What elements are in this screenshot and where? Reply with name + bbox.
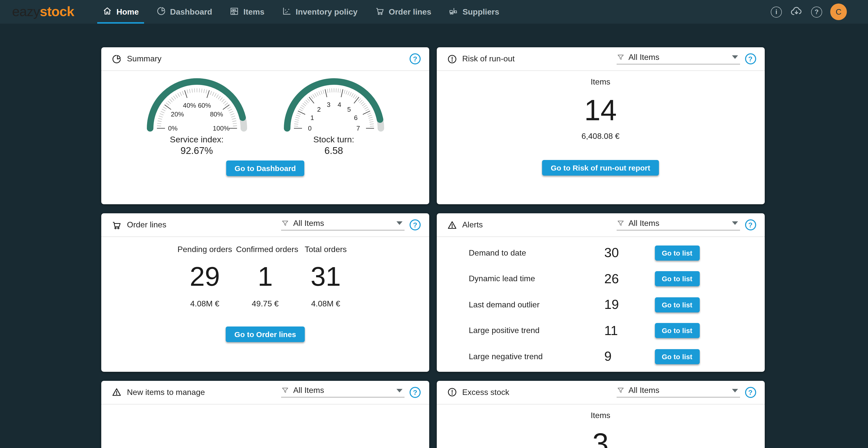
logo-part-eazy: eazy (12, 4, 40, 19)
app-viewport: eazystock Home Dashboard Items Inventory… (0, 0, 868, 448)
svg-text:5: 5 (347, 106, 351, 113)
new-items-card: New items to manage All Items ? (101, 381, 429, 448)
help-icon[interactable]: ? (811, 6, 822, 18)
help-icon[interactable]: ? (409, 219, 421, 231)
tab-suppliers[interactable]: Suppliers (443, 0, 504, 24)
cloud-download-icon[interactable] (790, 4, 803, 20)
help-icon[interactable]: ? (745, 53, 756, 64)
user-avatar[interactable]: C (830, 3, 847, 20)
card-title: Summary (127, 54, 161, 63)
go-to-list-button[interactable]: Go to list (655, 245, 700, 261)
help-icon[interactable]: ? (409, 53, 421, 64)
info-icon[interactable]: i (771, 6, 782, 18)
warning-triangle-icon (111, 387, 122, 398)
stat-amount: 49.75 € (236, 299, 294, 308)
alert-label: Large positive trend (469, 326, 604, 335)
alert-count: 11 (604, 323, 655, 339)
items-filter-dropdown[interactable]: All Items (281, 384, 405, 398)
filter-value: All Items (628, 53, 728, 62)
warning-triangle-icon (446, 219, 457, 230)
forklift-icon (448, 6, 459, 18)
svg-text:4: 4 (337, 101, 341, 108)
card-title: Risk of run-out (462, 54, 515, 63)
cart-icon (111, 219, 122, 230)
go-to-order-lines-button[interactable]: Go to Order lines (226, 326, 305, 342)
items-filter-dropdown[interactable]: All Items (281, 216, 405, 230)
order-stats: Pending orders 29 4.08M € Confirmed orde… (101, 237, 429, 308)
main-nav: Home Dashboard Items Inventory policy Or… (97, 0, 511, 24)
tab-home[interactable]: Home (97, 0, 144, 24)
alert-label: Large negative trend (469, 352, 604, 361)
help-icon[interactable]: ? (745, 219, 756, 231)
alert-circle-icon (446, 387, 457, 398)
items-filter-dropdown[interactable]: All Items (616, 384, 740, 398)
dashboard-grid: Summary ? 0%20%40%60%80%100% Service ind… (101, 47, 765, 448)
alert-circle-icon (446, 54, 457, 64)
filter-value: All Items (293, 386, 393, 395)
help-icon[interactable]: ? (745, 387, 756, 398)
svg-text:40%: 40% (183, 102, 196, 109)
alert-row: Dynamic lead time 26 Go to list (436, 266, 765, 292)
filter-value: All Items (293, 218, 393, 228)
items-filter-dropdown[interactable]: All Items (616, 216, 740, 230)
svg-text:80%: 80% (210, 110, 223, 118)
go-to-list-button[interactable]: Go to list (655, 349, 700, 364)
stat-label: Pending orders (176, 244, 234, 254)
alert-label: Dynamic lead time (469, 274, 604, 283)
alert-rows: Demand to date 30 Go to list Dynamic lea… (436, 237, 765, 370)
svg-text:100%: 100% (213, 125, 229, 132)
stock-turn-gauge: 01234567 Stock turn: 6.58 (281, 73, 386, 157)
go-to-dashboard-button[interactable]: Go to Dashboard (226, 161, 304, 176)
stat-label: Total orders (297, 244, 355, 254)
tab-inventory-policy[interactable]: Inventory policy (277, 0, 363, 24)
gauges: 0%20%40%60%80%100% Service index: 92.67%… (101, 73, 429, 157)
tab-label: Items (243, 7, 265, 16)
chevron-down-icon (732, 389, 738, 392)
items-label: Items (436, 411, 765, 420)
chevron-down-icon (732, 221, 738, 225)
alert-row: Large negative trend 9 Go to list (436, 344, 765, 370)
alert-count: 26 (604, 271, 655, 287)
risk-of-run-out-card: Risk of run-out All Items ? Items 14 6,4… (436, 47, 765, 204)
tab-label: Home (116, 7, 139, 16)
card-title: Alerts (462, 220, 483, 230)
tab-items[interactable]: Items (224, 0, 270, 24)
svg-text:2: 2 (317, 106, 320, 113)
stat-amount: 4.08M € (297, 299, 355, 308)
go-to-list-button[interactable]: Go to list (655, 323, 700, 338)
home-icon (102, 6, 112, 18)
items-filter-dropdown[interactable]: All Items (616, 50, 740, 64)
tab-dashboard[interactable]: Dashboard (151, 0, 217, 24)
logo-part-stock: stock (40, 4, 74, 19)
tab-label: Suppliers (462, 7, 499, 16)
service-index-gauge: 0%20%40%60%80%100% Service index: 92.67% (144, 73, 250, 157)
go-to-risk-report-button[interactable]: Go to Risk of run-out report (542, 160, 659, 176)
svg-text:6: 6 (354, 114, 357, 122)
gauge-value: 6.58 (281, 145, 386, 157)
pie-chart-icon (156, 6, 166, 18)
stat-value: 29 (176, 262, 234, 291)
gauge-label: Service index: (144, 134, 250, 145)
alert-count: 19 (604, 297, 655, 313)
chevron-down-icon (397, 221, 403, 225)
tab-order-lines[interactable]: Order lines (370, 0, 436, 24)
svg-text:0%: 0% (168, 125, 177, 132)
gauge-value: 92.67% (144, 145, 250, 157)
tab-label: Dashboard (170, 7, 212, 16)
card-title: Excess stock (462, 388, 509, 397)
help-icon[interactable]: ? (409, 387, 421, 398)
go-to-list-button[interactable]: Go to list (655, 297, 700, 312)
cart-icon (375, 6, 384, 18)
scatter-chart-icon (282, 6, 292, 18)
filter-icon (616, 219, 624, 227)
svg-text:60%: 60% (198, 102, 211, 109)
alert-row: Large positive trend 11 Go to list (436, 318, 765, 344)
stat-label: Confirmed orders (236, 244, 294, 254)
filter-icon (281, 219, 289, 227)
stat-value: 1 (236, 262, 294, 291)
eazystock-logo[interactable]: eazystock (12, 4, 74, 20)
items-label: Items (436, 77, 765, 87)
svg-text:3: 3 (327, 101, 330, 108)
go-to-list-button[interactable]: Go to list (655, 271, 700, 286)
alert-count: 30 (604, 245, 655, 261)
